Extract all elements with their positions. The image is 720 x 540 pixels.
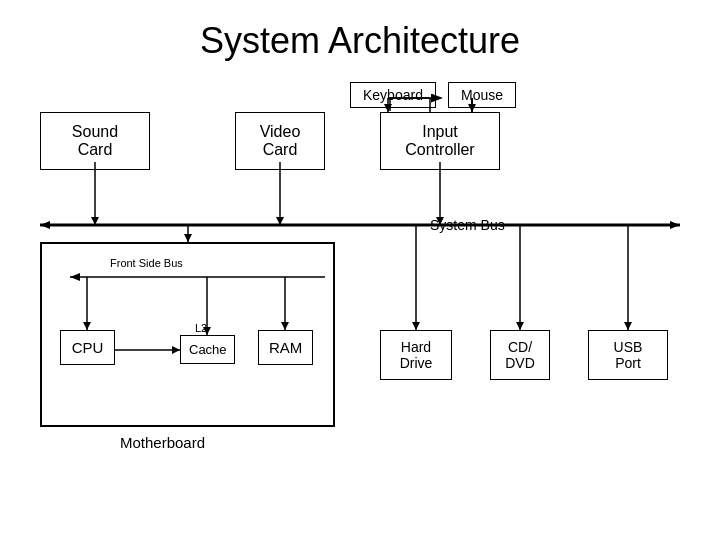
front-side-bus-label: Front Side Bus	[110, 257, 183, 269]
keyboard-box: Keyboard	[350, 82, 436, 108]
hard-drive-box: Hard Drive	[380, 330, 452, 380]
svg-marker-32	[412, 322, 420, 330]
l2-label: L2	[195, 322, 207, 334]
svg-marker-13	[276, 217, 284, 225]
svg-marker-34	[516, 322, 524, 330]
cpu-box: CPU	[60, 330, 115, 365]
video-card-box: Video Card	[235, 112, 325, 170]
sound-card-box: Sound Card	[40, 112, 150, 170]
svg-marker-17	[670, 221, 680, 229]
svg-marker-11	[91, 217, 99, 225]
system-bus-label: System Bus	[430, 217, 505, 233]
page: System Architecture Keyboard Mouse Sound…	[0, 0, 720, 540]
input-controller-box: Input Controller	[380, 112, 500, 170]
page-title: System Architecture	[40, 20, 680, 62]
svg-marker-18	[40, 221, 50, 229]
mouse-box: Mouse	[448, 82, 516, 108]
motherboard-label: Motherboard	[120, 434, 205, 451]
svg-marker-20	[184, 234, 192, 242]
usb-port-box: USB Port	[588, 330, 668, 380]
cache-box: Cache	[180, 335, 235, 364]
svg-marker-36	[624, 322, 632, 330]
cddvd-box: CD/ DVD	[490, 330, 550, 380]
ram-box: RAM	[258, 330, 313, 365]
diagram: Keyboard Mouse Sound Card Video Card Inp…	[40, 82, 700, 522]
